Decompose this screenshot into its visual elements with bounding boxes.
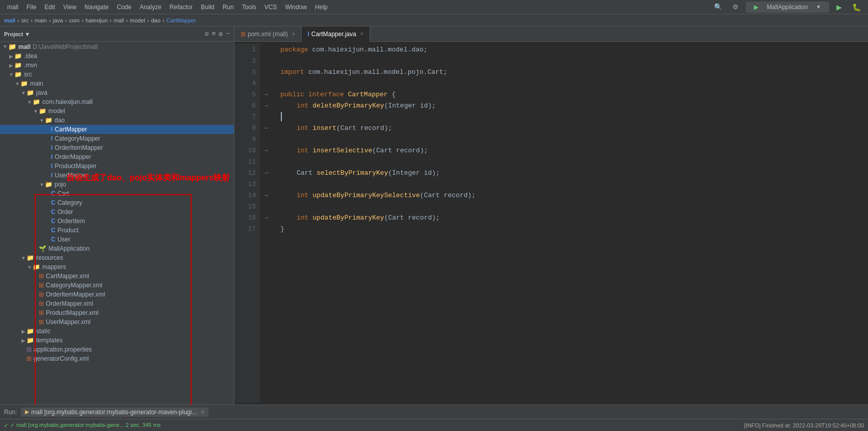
tree-item-label: model: [48, 107, 65, 115]
tree-item-label: OrderMapper: [55, 153, 91, 160]
tree-item-label: ProductMapper.xml: [46, 309, 98, 316]
tree-orderitem[interactable]: C OrderItem: [0, 217, 234, 226]
menu-run[interactable]: Run: [220, 3, 237, 12]
tree-productmapper[interactable]: I ProductMapper: [0, 161, 234, 171]
tree-generatorconfig-xml[interactable]: ⊞ generatorConfig.xml: [0, 354, 234, 363]
code-line-7: [280, 111, 868, 122]
xml-file-icon: ⊞: [39, 300, 44, 307]
tree-usermapper[interactable]: I UserMapper: [0, 171, 234, 180]
tree-item-label: OrderItem: [58, 218, 85, 225]
run-tab[interactable]: ▶ mall [org.mybatis.generator:mybatis-ge…: [21, 408, 208, 417]
code-lines[interactable]: package com.haiexijun.mall.model.dao; im…: [272, 44, 868, 402]
tree-mall-root[interactable]: ▼ 📁 mall D:\JavaWebProject\mall: [0, 42, 234, 51]
tree-ordermapper-xml[interactable]: ⊞ OrderMapper.xml: [0, 299, 234, 308]
tree-src[interactable]: ▼ 📁 src: [0, 70, 234, 79]
menu-file[interactable]: File: [23, 3, 39, 12]
tab-cartmapper-close[interactable]: ×: [360, 31, 363, 37]
tree-cartmapper[interactable]: I CartMapper: [0, 125, 234, 134]
breadcrumb-model[interactable]: model: [130, 17, 145, 23]
code-line-12: Cart selectByPrimaryKey(Integer id);: [280, 167, 868, 178]
tree-main[interactable]: ▼ 📁 main: [0, 79, 234, 88]
tree-static[interactable]: ▶ 📁 static: [0, 327, 234, 336]
minimize-sidebar-icon[interactable]: −: [226, 30, 230, 38]
settings-icon[interactable]: ⚙: [729, 2, 742, 12]
tree-product[interactable]: C Product: [0, 226, 234, 235]
menu-refactor[interactable]: Refactor: [167, 3, 196, 12]
tab-pom-xml[interactable]: ⊞ pom.xml (mall) ×: [234, 26, 302, 42]
tree-category[interactable]: C Category: [0, 198, 234, 207]
menu-window[interactable]: Window: [282, 3, 310, 12]
tree-ordermapper[interactable]: I OrderMapper: [0, 152, 234, 161]
code-content[interactable]: 1 2 3 4 5 6 7 8 9 10 11 12 13 14 15 16 1: [234, 42, 868, 405]
tree-pojo[interactable]: ▼ 📁 pojo: [0, 180, 234, 189]
tree-usermapper-xml[interactable]: ⊞ UserMapper.xml: [0, 317, 234, 327]
java-class-icon: C: [51, 218, 56, 225]
tree-dao[interactable]: ▼ 📁 dao: [0, 116, 234, 125]
tree-resources[interactable]: ▼ 📁 resources: [0, 253, 234, 262]
collapse-all-icon[interactable]: ≡: [212, 30, 216, 38]
spring-boot-icon: 🌱: [39, 245, 46, 252]
tab-cartmapper-java[interactable]: I CartMapper.java ×: [302, 26, 370, 42]
tree-java[interactable]: ▼ 📁 java: [0, 88, 234, 97]
run-config-button[interactable]: ▶ MallApplication ▼: [746, 2, 829, 13]
menu-view[interactable]: View: [60, 3, 80, 12]
breadcrumb-dao[interactable]: dao: [151, 17, 160, 23]
tree-categorymapper[interactable]: I CategoryMapper: [0, 134, 234, 143]
tree-item-label: MallApplication: [48, 245, 90, 252]
tree-application-properties[interactable]: ⊟ application.properties: [0, 345, 234, 354]
tree-orderitemmapper[interactable]: I OrderItemMapper: [0, 143, 234, 152]
tree-com-haiexijun[interactable]: ▼ 📁 com.haiexijun.mall: [0, 97, 234, 106]
menu-mall[interactable]: mall: [4, 3, 21, 12]
run-tab-close[interactable]: ×: [201, 409, 204, 416]
menu-build[interactable]: Build: [198, 3, 218, 12]
status-success-icon: ✓: [4, 421, 8, 429]
tree-user[interactable]: C User: [0, 235, 234, 244]
debug-button[interactable]: 🐛: [849, 2, 864, 12]
menu-tools[interactable]: Tools: [239, 3, 259, 12]
tree-orderitemmapper-xml[interactable]: ⊞ OrderItemMapper.xml: [0, 290, 234, 299]
line-num-10: 10: [239, 145, 256, 156]
spring-run-icon: ▶: [751, 3, 761, 12]
menu-navigate[interactable]: Navigate: [82, 3, 112, 12]
tree-mallapplication[interactable]: 🌱 MallApplication: [0, 244, 234, 253]
breadcrumb-cartmapper[interactable]: CartMapper: [166, 17, 196, 23]
search-everywhere-icon[interactable]: 🔍: [711, 2, 725, 12]
line-num-6: 6: [239, 100, 256, 111]
tree-categorymapper-xml[interactable]: ⊞ CategoryMapper.xml: [0, 281, 234, 290]
tree-cartmapper-xml[interactable]: ⊞ CartMapper.xml: [0, 272, 234, 281]
menu-vcs[interactable]: VCS: [261, 3, 280, 12]
menu-code[interactable]: Code: [114, 3, 135, 12]
breadcrumb-haiexijun[interactable]: haiexijun: [86, 17, 108, 23]
menu-bar: mall File Edit View Navigate Code Analyz…: [0, 0, 868, 14]
code-line-11: [280, 156, 868, 167]
menu-analyze[interactable]: Analyze: [137, 3, 165, 12]
tree-mvn[interactable]: ▶ 📁 .mvn: [0, 61, 234, 70]
tree-mappers[interactable]: ▼ 📁 mappers: [0, 262, 234, 272]
tree-templates[interactable]: ▶ 📁 templates: [0, 336, 234, 345]
code-line-8: int insert(Cart record);: [280, 122, 868, 133]
code-editor[interactable]: ⊞ pom.xml (mall) × I CartMapper.java × 1…: [234, 26, 868, 405]
tree-model[interactable]: ▼ 📁 model: [0, 106, 234, 116]
breadcrumb-mall[interactable]: mall: [4, 17, 15, 23]
menu-edit[interactable]: Edit: [41, 3, 58, 12]
tree-productmapper-xml[interactable]: ⊞ ProductMapper.xml: [0, 308, 234, 317]
tree-cart[interactable]: C Cart: [0, 189, 234, 198]
sidebar-header-row: Project ▼ ⊙ ≡ ⚙ −: [0, 26, 234, 42]
menu-help[interactable]: Help: [312, 3, 331, 12]
breadcrumb-com[interactable]: com: [69, 17, 80, 23]
breadcrumb-src[interactable]: src: [21, 17, 29, 23]
java-interface-icon: I: [51, 135, 52, 142]
run-button[interactable]: ▶: [833, 2, 845, 12]
tree-idea[interactable]: ▶ 📁 .idea: [0, 51, 234, 61]
breadcrumb-java[interactable]: java: [53, 17, 63, 23]
project-sidebar: Project ▼ ⊙ ≡ ⚙ − ▼ 📁 mall: [0, 26, 234, 405]
gutter: → → → → → → →: [260, 44, 272, 402]
code-line-9: [280, 133, 868, 145]
tree-item-label: dao: [55, 117, 65, 124]
tab-pom-close[interactable]: ×: [292, 31, 295, 37]
breadcrumb-main[interactable]: main: [35, 17, 47, 23]
tree-order[interactable]: C Order: [0, 207, 234, 217]
breadcrumb-mall2[interactable]: mall: [114, 17, 124, 23]
settings-sidebar-icon[interactable]: ⚙: [219, 30, 223, 38]
sync-icon[interactable]: ⊙: [205, 30, 209, 38]
